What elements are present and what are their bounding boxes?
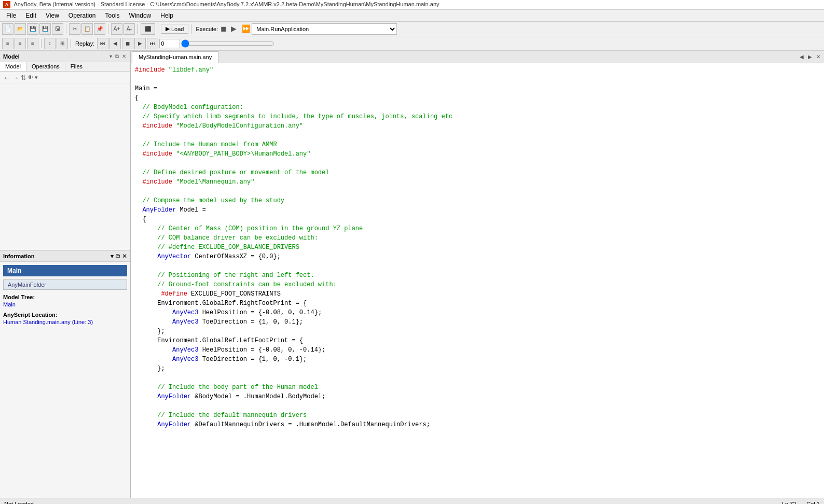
menu-window[interactable]: Window — [125, 11, 156, 20]
right-area: MyStandingHuman.main.any ◀ ▶ ✕ #include … — [131, 51, 824, 498]
save2-button[interactable]: 💾 — [39, 23, 51, 35]
model-panel-title: Model — [3, 53, 20, 60]
replay-end-button[interactable]: ⏭ — [147, 38, 158, 49]
info-panel: Information ▾ ⧉ ✕ Main AnyMainFolder Mod… — [0, 250, 130, 498]
menu-operation[interactable]: Operation — [64, 11, 100, 20]
sep7 — [71, 39, 71, 48]
left-panel: Model ▾ ⧉ ✕ Model Operations Files ← → ⇅… — [0, 51, 131, 498]
copy-button[interactable]: 📋 — [81, 23, 93, 35]
model-nav: ← → ⇅ 👁 ▾ — [0, 72, 130, 84]
play-end-button[interactable]: ⏩ — [241, 24, 251, 34]
tb-btn-c[interactable]: ⬛ — [141, 23, 155, 35]
model-panel-pin[interactable]: ▾ — [108, 53, 113, 60]
main-layout: Model ▾ ⧉ ✕ Model Operations Files ← → ⇅… — [0, 51, 824, 498]
app-logo: A — [3, 1, 10, 8]
menu-bar: File Edit View Operation Tools Window He… — [0, 10, 824, 22]
nav-tree[interactable]: ⇅ — [21, 74, 26, 81]
replay-input[interactable] — [159, 39, 180, 48]
anyscript-location-label: AnyScript Location: — [3, 312, 127, 318]
menu-edit[interactable]: Edit — [21, 11, 40, 20]
replay-stop-button[interactable]: ◼ — [122, 38, 133, 49]
outdent2-button[interactable]: ≡ — [27, 38, 38, 49]
outdent-button[interactable]: ≡ — [15, 38, 26, 49]
tab-nav-left[interactable]: ◀ — [798, 54, 805, 60]
model-panel-close[interactable]: ✕ — [121, 53, 127, 60]
title-bar: A AnyBody, Beta (Internal version) - Sta… — [0, 0, 824, 10]
model-tree-area — [0, 84, 130, 250]
run-application-dropdown[interactable]: Main.RunApplication — [252, 23, 397, 35]
load-button[interactable]: ▶ Load — [161, 24, 188, 34]
model-panel: Model ▾ ⧉ ✕ Model Operations Files ← → ⇅… — [0, 51, 130, 250]
sep1 — [66, 24, 66, 34]
status-col: Col 1 — [806, 501, 820, 505]
tb-btn-d[interactable]: ↕ — [44, 38, 56, 49]
new-button[interactable]: 📄 — [2, 23, 13, 35]
tab-bar: MyStandingHuman.main.any ◀ ▶ ✕ — [131, 51, 824, 63]
info-panel-close[interactable]: ✕ — [122, 253, 127, 260]
open-button[interactable]: 📂 — [15, 23, 26, 35]
tab-nav: ◀ ▶ ✕ — [798, 54, 824, 60]
tb-btn-a[interactable]: A+ — [111, 23, 122, 35]
replay-slider[interactable] — [181, 41, 274, 46]
play-button[interactable]: ▶ — [231, 24, 240, 34]
nav-back[interactable]: ← — [3, 74, 10, 82]
info-panel-float[interactable]: ⧉ — [116, 253, 120, 260]
menu-view[interactable]: View — [42, 11, 63, 20]
replay-play-button[interactable]: ▶ — [134, 38, 146, 49]
nav-forward[interactable]: → — [12, 74, 19, 82]
cut-button[interactable]: ✂ — [69, 23, 80, 35]
info-panel-content: Main AnyMainFolder Model Tree: Main AnyS… — [0, 262, 130, 498]
execute-label: Execute: — [196, 26, 218, 32]
save-button[interactable]: 💾 — [27, 23, 38, 35]
sep3 — [138, 24, 138, 34]
replay-start-button[interactable]: ⏮ — [97, 38, 108, 49]
tb-btn-e[interactable]: ⊞ — [57, 38, 68, 49]
status-text: Not Loaded — [4, 501, 34, 505]
status-right: Ln 72 Col 1 — [782, 501, 820, 505]
menu-help[interactable]: Help — [156, 11, 177, 20]
code-area[interactable]: #include "libdef.any" Main = { // BodyMo… — [131, 63, 824, 498]
tb-btn-b[interactable]: A- — [123, 23, 135, 35]
info-panel-title: Information — [3, 253, 35, 259]
model-tabs: Model Operations Files — [0, 62, 130, 72]
load-label: Load — [171, 26, 184, 32]
info-sub-item: AnyMainFolder — [3, 279, 127, 290]
info-main-item[interactable]: Main — [3, 265, 127, 276]
model-panel-header: Model ▾ ⧉ ✕ — [0, 51, 130, 62]
tab-nav-close[interactable]: ✕ — [815, 54, 822, 60]
model-panel-controls: ▾ ⧉ ✕ — [108, 53, 127, 60]
toolbar2: ≡ ≡ ≡ ↕ ⊞ Replay: ⏮ ◀ ◼ ▶ ⏭ — [0, 36, 824, 51]
model-tree-value[interactable]: Main — [3, 301, 127, 307]
model-panel-float[interactable]: ⧉ — [114, 53, 120, 60]
info-panel-pin[interactable]: ▾ — [111, 253, 114, 260]
replay-label: Replay: — [75, 40, 94, 47]
status-ln: Ln 72 — [782, 501, 796, 505]
anyscript-location-value[interactable]: Human Standing.main.any (Line: 3) — [3, 319, 127, 325]
tab-files[interactable]: Files — [65, 62, 88, 71]
save3-button[interactable]: 🖫 — [52, 23, 63, 35]
indent-button[interactable]: ≡ — [2, 38, 13, 49]
sep4 — [158, 24, 158, 34]
nav-eye[interactable]: 👁 ▾ — [28, 74, 38, 81]
model-tree-label: Model Tree: — [3, 294, 127, 300]
sep6 — [41, 39, 42, 48]
load-icon: ▶ — [166, 25, 170, 32]
code-tab-main[interactable]: MyStandingHuman.main.any — [132, 51, 218, 63]
stop-button[interactable]: ◼ — [221, 24, 230, 34]
status-bar: Not Loaded Ln 72 Col 1 — [0, 498, 824, 504]
replay-back-button[interactable]: ◀ — [109, 38, 121, 49]
menu-file[interactable]: File — [2, 11, 20, 20]
tab-operations[interactable]: Operations — [26, 62, 65, 71]
code-content: #include "libdef.any" Main = { // BodyMo… — [135, 65, 820, 429]
toolbar1: 📄 📂 💾 💾 🖫 ✂ 📋 📌 A+ A- ⬛ ▶ Load Execute: … — [0, 22, 824, 36]
sep5 — [191, 24, 191, 34]
paste-button[interactable]: 📌 — [94, 23, 105, 35]
info-panel-controls: ▾ ⧉ ✕ — [111, 253, 127, 260]
tab-nav-right[interactable]: ▶ — [806, 54, 814, 60]
info-panel-header: Information ▾ ⧉ ✕ — [0, 250, 130, 262]
menu-tools[interactable]: Tools — [101, 11, 124, 20]
tab-model[interactable]: Model — [0, 62, 26, 71]
sep2 — [108, 24, 108, 34]
title-text: AnyBody, Beta (Internal version) - Stand… — [13, 1, 439, 7]
